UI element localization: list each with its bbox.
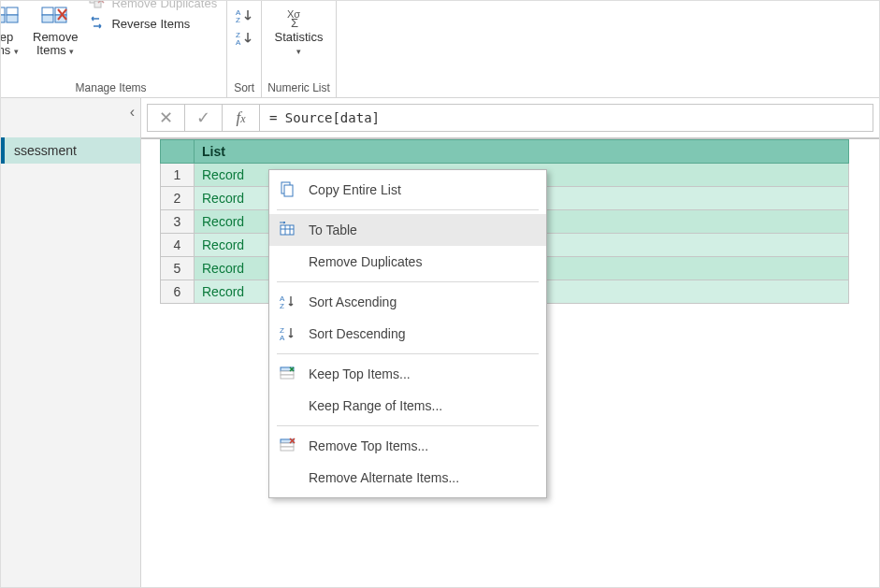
collapse-pane-icon[interactable]: ‹ [130,104,135,121]
sort-asc-icon: AZ [275,294,299,310]
svg-rect-31 [281,371,294,375]
menu-label: Remove Duplicates [309,254,422,269]
sort-desc-icon: ZA [275,325,299,342]
record-link[interactable]: Record [202,237,244,252]
menu-label: Keep Range of Items... [309,398,442,413]
svg-rect-34 [281,443,294,447]
query-item-assessment[interactable]: ssessment [1,137,140,164]
record-link[interactable]: Record [202,191,244,206]
svg-rect-4 [42,7,53,15]
sort-descending-button[interactable]: ZA [233,29,255,48]
menu-sort-ascending[interactable]: AZ Sort Ascending [269,286,546,318]
formula-text: = Source[data] [269,110,380,125]
svg-text:Σ: Σ [291,16,298,29]
svg-rect-22 [281,225,294,235]
ribbon-group-label-manage: Manage Items [76,78,147,97]
menu-separator [277,281,539,282]
fx-icon: fx [236,108,245,127]
statistics-button[interactable]: XσΣ Statistics▾ [270,3,326,60]
keep-items-icon [0,5,22,31]
menu-label: To Table [309,222,357,237]
remove-duplicates-button[interactable]: Remove Duplicates [85,0,221,12]
record-link[interactable]: Record [202,261,244,276]
statistics-icon: XσΣ [283,5,313,31]
to-table-icon [275,222,299,238]
list-context-menu: Copy Entire List To Table Remove Duplica… [268,169,547,498]
menu-remove-alternate-items[interactable]: Remove Alternate Items... [269,462,546,494]
menu-separator [277,209,539,210]
svg-text:Z: Z [280,302,284,310]
svg-text:A: A [280,334,285,342]
grid-row-header[interactable]: 3 [161,210,195,234]
svg-rect-1 [0,15,5,22]
ribbon-group-sort: AZ ZA Sort [227,1,262,97]
svg-rect-5 [42,15,53,22]
keep-items-button[interactable]: epms ▾ [0,3,25,60]
check-icon: ✓ [196,108,210,128]
menu-label: Remove Alternate Items... [309,470,459,485]
grid-column-header-list[interactable]: List [195,140,849,164]
queries-pane: ‹ ssessment [1,98,141,588]
menu-label: Keep Top Items... [309,366,411,381]
menu-remove-duplicates[interactable]: Remove Duplicates [269,246,546,278]
record-link[interactable]: Record [202,214,244,229]
keep-top-icon [275,366,299,382]
svg-text:A: A [236,38,241,47]
menu-copy-entire-list[interactable]: Copy Entire List [269,174,546,206]
svg-rect-3 [7,15,18,22]
ribbon-group-label-numlist: Numeric List [267,78,330,97]
menu-label: Remove Top Items... [309,438,428,453]
query-item-label: ssessment [14,143,77,158]
copy-icon [275,181,299,198]
remove-top-icon [275,437,299,454]
grid-corner-cell[interactable] [161,140,195,164]
formula-input[interactable]: = Source[data] [259,104,873,132]
grid-row-header[interactable]: 4 [161,234,195,257]
menu-remove-top-items[interactable]: Remove Top Items... [269,430,546,462]
reverse-items-icon [89,16,106,31]
menu-label: Copy Entire List [309,182,401,197]
menu-separator [277,425,539,426]
ribbon-group-label-sort: Sort [234,78,254,97]
menu-sort-descending[interactable]: ZA Sort Descending [269,318,546,350]
reverse-items-label: Reverse Items [111,17,190,31]
svg-rect-0 [0,7,5,15]
remove-items-button[interactable]: RemoveItems ▾ [29,3,81,60]
svg-rect-35 [281,447,294,451]
record-link[interactable]: Record [202,284,244,299]
menu-label: Sort Descending [309,326,406,341]
grid-row-header[interactable]: 2 [161,187,195,210]
ribbon-group-manage-items: epms ▾ RemoveItems ▾ Remove Duplicates [1,1,227,97]
x-icon: ✕ [159,108,173,128]
remove-duplicates-icon [89,0,106,10]
menu-separator [277,353,539,354]
svg-rect-2 [7,7,18,15]
ribbon-group-numeric-list: XσΣ Statistics▾ Numeric List [262,1,337,97]
svg-text:Z: Z [236,16,240,24]
svg-rect-32 [281,375,294,379]
sort-ascending-button[interactable]: AZ [233,7,255,25]
menu-keep-top-items[interactable]: Keep Top Items... [269,358,546,390]
grid-row-header[interactable]: 1 [161,164,195,187]
reverse-items-button[interactable]: Reverse Items [85,14,221,33]
formula-fx-button[interactable]: fx [222,104,259,132]
formula-bar: ✕ ✓ fx = Source[data] [141,98,879,139]
remove-duplicates-label: Remove Duplicates [111,0,217,10]
formula-cancel-button[interactable]: ✕ [147,104,184,132]
menu-keep-range-items[interactable]: Keep Range of Items... [269,390,546,422]
remove-items-icon [40,5,70,31]
svg-rect-21 [284,185,293,196]
formula-accept-button[interactable]: ✓ [184,104,222,132]
ribbon-toolbar: epms ▾ RemoveItems ▾ Remove Duplicates [1,1,879,98]
record-link[interactable]: Record [202,167,244,182]
grid-row-header[interactable]: 6 [161,280,195,304]
grid-row-header[interactable]: 5 [161,257,195,280]
menu-label: Sort Ascending [309,294,397,309]
menu-to-table[interactable]: To Table [269,214,546,246]
